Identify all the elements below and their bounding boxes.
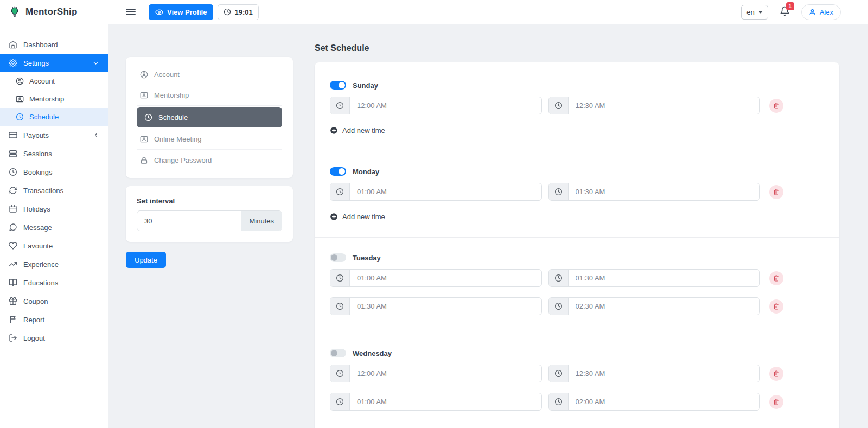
sidebar-item-settings[interactable]: Settings	[0, 54, 108, 72]
sidebar-item-payouts[interactable]: Payouts	[0, 126, 108, 144]
wednesday-toggle[interactable]	[330, 349, 346, 357]
start-time-input[interactable]	[350, 183, 541, 200]
heart-icon	[9, 241, 17, 250]
end-time-input[interactable]	[569, 393, 760, 410]
trash-icon	[773, 275, 780, 282]
delete-slot-button[interactable]	[769, 99, 783, 113]
gear-icon	[9, 59, 17, 67]
interval-input[interactable]	[137, 211, 241, 231]
hamburger-menu-icon[interactable]	[126, 7, 136, 17]
sidebar-subitem-account[interactable]: Account	[0, 72, 108, 90]
main-content: Account Mentorship Schedule Online Meeti…	[108, 24, 868, 428]
start-time-input[interactable]	[350, 270, 541, 286]
day-section-monday: Monday Add n	[315, 151, 839, 238]
update-button[interactable]: Update	[126, 252, 166, 268]
sidebar-item-coupon[interactable]: Coupon	[0, 292, 108, 310]
end-time-input[interactable]	[569, 270, 760, 286]
trash-icon	[773, 189, 780, 195]
notification-badge: 1	[786, 2, 794, 10]
trash-icon	[773, 370, 780, 377]
clock-icon	[330, 365, 350, 382]
add-new-time-link[interactable]: Add new time	[330, 126, 385, 135]
end-time-input[interactable]	[569, 365, 760, 382]
interval-unit-addon: Minutes	[241, 211, 282, 231]
sidebar-item-sessions[interactable]: Sessions	[0, 144, 108, 163]
sidebar-item-message[interactable]: Message	[0, 218, 108, 237]
clock-icon	[549, 270, 569, 286]
clock-icon	[224, 8, 231, 16]
day-label: Wednesday	[353, 349, 392, 357]
sidebar-item-holidays[interactable]: Holidays	[0, 200, 108, 218]
day-section-sunday: Sunday Add n	[315, 62, 839, 151]
end-time-input[interactable]	[569, 183, 760, 200]
notifications-bell[interactable]: 1	[780, 6, 790, 18]
chevron-down-icon	[92, 60, 99, 67]
start-time-input[interactable]	[350, 298, 541, 315]
sidebar-subitem-mentorship[interactable]: Mentorship	[0, 90, 108, 108]
start-time-group	[330, 269, 542, 287]
time-slot-row	[330, 183, 824, 201]
delete-slot-button[interactable]	[769, 395, 783, 409]
set-interval-label: Set interval	[137, 197, 282, 205]
start-time-group	[330, 297, 542, 315]
sidebar-item-experience[interactable]: Experience	[0, 255, 108, 273]
sidebar-item-transactions[interactable]: Transactions	[0, 181, 108, 200]
add-new-time-link[interactable]: Add new time	[330, 213, 385, 221]
sidebar-subitem-schedule[interactable]: Schedule	[0, 108, 108, 126]
sidebar-item-dashboard[interactable]: Dashboard	[0, 35, 108, 54]
sidebar-item-educations[interactable]: Educations	[0, 273, 108, 292]
delete-slot-button[interactable]	[769, 271, 783, 285]
user-menu-button[interactable]: Alex	[801, 4, 841, 20]
subnav-item-schedule[interactable]: Schedule	[137, 107, 282, 127]
subnav-item-account[interactable]: Account	[137, 65, 282, 85]
id-card-icon	[140, 91, 148, 99]
trash-icon	[773, 303, 780, 310]
start-time-input[interactable]	[350, 393, 541, 410]
sidebar-item-label: Coupon	[23, 297, 48, 305]
current-time-button[interactable]: 19:01	[218, 4, 258, 20]
clock-icon	[549, 97, 569, 114]
end-time-input[interactable]	[569, 97, 760, 114]
delete-slot-button[interactable]	[769, 299, 783, 314]
settings-subnav-card: Account Mentorship Schedule Online Meeti…	[126, 57, 293, 178]
caret-down-icon	[758, 11, 763, 14]
logout-icon	[9, 334, 17, 342]
subnav-item-mentorship[interactable]: Mentorship	[137, 85, 282, 106]
trending-chart-icon	[9, 260, 17, 269]
eye-icon	[155, 8, 163, 16]
sunday-toggle[interactable]	[330, 81, 346, 90]
day-label: Monday	[353, 168, 379, 176]
set-interval-card: Set interval Minutes	[126, 186, 293, 242]
language-dropdown[interactable]: en	[741, 5, 768, 20]
language-value: en	[746, 8, 754, 16]
end-time-input[interactable]	[569, 298, 760, 315]
clock-icon	[330, 393, 350, 410]
sidebar-item-report[interactable]: Report	[0, 310, 108, 329]
clock-icon	[549, 183, 569, 200]
sidebar-item-favourite[interactable]: Favourite	[0, 237, 108, 255]
monday-toggle[interactable]	[330, 167, 346, 176]
sidebar-nav: Dashboard Settings Account Mentorship Sc…	[0, 24, 108, 347]
delete-slot-button[interactable]	[769, 367, 783, 381]
sidebar-item-label: Transactions	[23, 187, 63, 195]
subnav-item-change-password[interactable]: Change Password	[137, 150, 282, 170]
subnav-item-online-meeting[interactable]: Online Meeting	[137, 129, 282, 150]
plus-circle-icon	[330, 213, 338, 221]
start-time-input[interactable]	[350, 365, 541, 382]
time-slot-row	[330, 297, 824, 315]
sidebar-item-bookings[interactable]: Bookings	[0, 163, 108, 181]
sidebar-item-logout[interactable]: Logout	[0, 329, 108, 347]
book-icon	[9, 278, 17, 287]
view-profile-button[interactable]: View Profile	[149, 4, 213, 20]
chat-icon	[9, 223, 17, 232]
sidebar-item-label: Payouts	[23, 131, 49, 139]
end-time-group	[548, 269, 761, 287]
time-slot-row	[330, 393, 824, 411]
id-card-icon	[16, 95, 24, 103]
start-time-input[interactable]	[350, 97, 541, 114]
sidebar-item-label: Favourite	[23, 242, 53, 250]
delete-slot-button[interactable]	[769, 185, 783, 199]
logo[interactable]: MentorShip	[0, 0, 108, 24]
tuesday-toggle[interactable]	[330, 253, 346, 262]
current-time-value: 19:01	[234, 8, 252, 16]
